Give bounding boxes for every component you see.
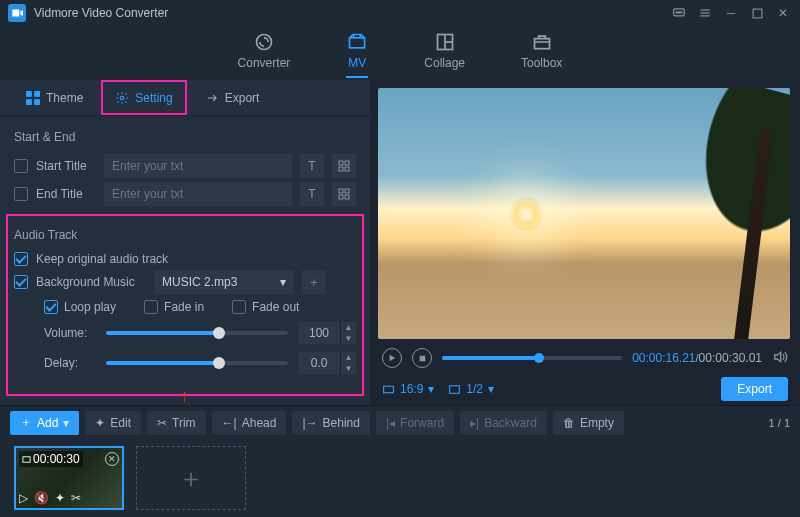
nav-converter[interactable]: Converter — [238, 32, 291, 78]
empty-button[interactable]: 🗑Empty — [553, 411, 624, 435]
zoom-select[interactable]: 1/2▾ — [448, 382, 494, 396]
clip-trim-icon[interactable]: ✂ — [71, 491, 81, 505]
svg-rect-14 — [26, 91, 32, 97]
svg-rect-26 — [345, 195, 349, 199]
svg-rect-29 — [450, 385, 460, 393]
end-title-checkbox[interactable] — [14, 187, 28, 201]
close-button[interactable]: ✕ — [774, 4, 792, 22]
end-text-style-button[interactable]: T — [300, 182, 324, 206]
converter-icon — [253, 32, 275, 52]
minimize-button[interactable]: ─ — [722, 4, 740, 22]
volume-slider[interactable] — [106, 331, 288, 335]
start-title-checkbox[interactable] — [14, 159, 28, 173]
backward-button[interactable]: ▸|Backward — [460, 411, 547, 435]
seek-bar[interactable] — [442, 356, 622, 360]
svg-rect-22 — [345, 167, 349, 171]
gear-icon — [115, 91, 129, 105]
delay-up[interactable]: ▲ — [341, 352, 356, 363]
svg-rect-28 — [384, 386, 394, 393]
clip-play-icon[interactable]: ▷ — [19, 491, 28, 505]
tab-export[interactable]: Export — [191, 80, 274, 115]
edit-button[interactable]: ✦Edit — [85, 411, 141, 435]
fadeout-checkbox[interactable] — [232, 300, 246, 314]
svg-point-1 — [676, 12, 677, 13]
start-end-title: Start & End — [14, 124, 356, 150]
start-title-input[interactable] — [104, 154, 292, 178]
delay-value[interactable]: 0.0▲▼ — [298, 352, 356, 374]
chevron-down-icon: ▾ — [280, 275, 286, 289]
delay-down[interactable]: ▼ — [341, 363, 356, 374]
nav-collage[interactable]: Collage — [424, 32, 465, 78]
start-text-style-button[interactable]: T — [300, 154, 324, 178]
toolbox-icon — [531, 32, 553, 52]
audio-track-panel: Audio Track Keep original audio track Ba… — [10, 218, 360, 392]
svg-rect-25 — [339, 195, 343, 199]
delay-slider[interactable] — [106, 361, 288, 365]
clip-duration: 00:00:30 — [19, 451, 83, 467]
clip-item[interactable]: 00:00:30 ✕ ▷ 🔇 ✦ ✂ — [14, 446, 124, 510]
add-music-button[interactable]: ＋ — [302, 270, 326, 294]
delay-label: Delay: — [44, 356, 96, 370]
fadein-checkbox[interactable] — [144, 300, 158, 314]
nav-mv[interactable]: MV — [346, 32, 368, 78]
trim-button[interactable]: ✂Trim — [147, 411, 206, 435]
menu-icon[interactable] — [696, 4, 714, 22]
loop-checkbox[interactable] — [44, 300, 58, 314]
start-text-pos-button[interactable] — [332, 154, 356, 178]
volume-label: Volume: — [44, 326, 96, 340]
forward-button[interactable]: |◂Forward — [376, 411, 454, 435]
chevron-down-icon: ▾ — [488, 382, 494, 396]
svg-rect-19 — [339, 161, 343, 165]
scissors-icon: ✂ — [157, 416, 167, 430]
start-title-label: Start Title — [36, 159, 96, 173]
clip-mute-icon[interactable]: 🔇 — [34, 491, 49, 505]
theme-icon — [26, 91, 40, 105]
svg-point-3 — [681, 12, 682, 13]
svg-rect-7 — [753, 9, 762, 18]
svg-rect-30 — [23, 456, 30, 461]
magic-icon: ✦ — [95, 416, 105, 430]
time-display: 00:00:16.21/00:00:30.01 — [632, 351, 762, 365]
chevron-down-icon: ▾ — [428, 382, 434, 396]
audio-track-title: Audio Track — [14, 222, 356, 248]
bg-music-select[interactable]: MUSIC 2.mp3 ▾ — [154, 270, 294, 294]
export-icon — [205, 91, 219, 105]
nav-toolbox[interactable]: Toolbox — [521, 32, 562, 78]
feedback-icon[interactable] — [670, 4, 688, 22]
play-button[interactable] — [382, 348, 402, 368]
volume-value[interactable]: 100▲▼ — [298, 322, 356, 344]
svg-rect-21 — [339, 167, 343, 171]
volume-down[interactable]: ▼ — [341, 333, 356, 344]
svg-rect-9 — [350, 38, 365, 48]
svg-rect-16 — [26, 99, 32, 105]
svg-point-2 — [678, 12, 679, 13]
video-preview[interactable] — [378, 88, 790, 339]
keep-audio-checkbox[interactable] — [14, 252, 28, 266]
add-clip-button[interactable]: ＋ — [136, 446, 246, 510]
svg-rect-15 — [34, 91, 40, 97]
volume-up[interactable]: ▲ — [341, 322, 356, 333]
collage-icon — [434, 32, 456, 52]
bg-music-checkbox[interactable] — [14, 275, 28, 289]
clip-edit-icon[interactable]: ✦ — [55, 491, 65, 505]
annotation-arrow: ↑ — [180, 386, 189, 407]
tab-theme[interactable]: Theme — [12, 80, 97, 115]
volume-icon[interactable] — [772, 349, 788, 368]
svg-rect-24 — [345, 189, 349, 193]
end-title-input[interactable] — [104, 182, 292, 206]
aspect-select[interactable]: 16:9▾ — [382, 382, 434, 396]
ahead-button[interactable]: ←|Ahead — [212, 411, 287, 435]
stop-button[interactable] — [412, 348, 432, 368]
svg-rect-13 — [534, 39, 549, 49]
mv-icon — [346, 32, 368, 52]
svg-rect-23 — [339, 189, 343, 193]
export-button[interactable]: Export — [721, 377, 788, 401]
tab-setting[interactable]: Setting — [101, 80, 186, 115]
behind-button[interactable]: |→Behind — [292, 411, 370, 435]
end-title-label: End Title — [36, 187, 96, 201]
maximize-button[interactable] — [748, 4, 766, 22]
end-text-pos-button[interactable] — [332, 182, 356, 206]
svg-point-18 — [121, 96, 125, 100]
add-button[interactable]: ＋ Add ▾ — [10, 411, 79, 435]
clip-remove-button[interactable]: ✕ — [105, 452, 119, 466]
